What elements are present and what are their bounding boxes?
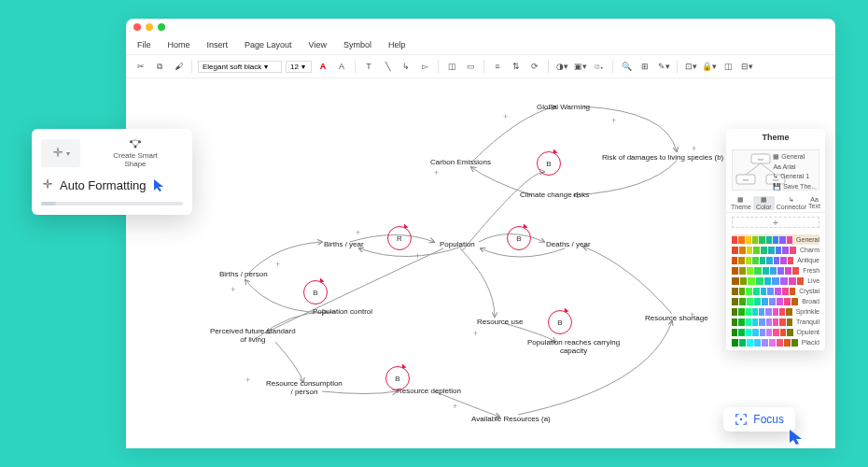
swatch[interactable] (746, 257, 751, 264)
node-deaths-year[interactable]: Deaths / year (546, 240, 591, 248)
line-tool-icon[interactable]: ╲ (380, 59, 395, 74)
node-carrying-cap[interactable]: Population reaches carrying capacity (527, 338, 620, 355)
swatch[interactable] (759, 236, 764, 244)
node-resource-shortage[interactable]: Resource shortage (645, 314, 708, 322)
node-births-year[interactable]: Births / year (324, 240, 364, 248)
font-select[interactable]: Elegant soft black▾ (198, 61, 282, 73)
swatch[interactable] (739, 247, 746, 254)
swatch[interactable] (766, 329, 772, 336)
swatch[interactable] (732, 257, 737, 264)
swatch[interactable] (740, 277, 748, 285)
node-pop-control[interactable]: Population control (313, 307, 372, 316)
grid-icon[interactable]: ⊞ (637, 59, 652, 74)
pointer-tool-icon[interactable]: ▻ (417, 59, 432, 74)
rotate-icon[interactable]: ⟳ (527, 59, 542, 74)
swatch[interactable] (780, 257, 786, 264)
swatch[interactable] (732, 288, 738, 295)
swatch[interactable] (780, 329, 786, 336)
swatch[interactable] (773, 236, 778, 244)
swatch[interactable] (787, 236, 792, 244)
swatch[interactable] (738, 257, 744, 264)
loop-balancing-1[interactable]: B (507, 226, 531, 250)
close-dot[interactable] (133, 23, 141, 31)
node-standard-living[interactable]: Perceived future standard of living (210, 327, 296, 344)
swatch[interactable] (754, 267, 761, 275)
swatch[interactable] (797, 277, 805, 285)
swatch[interactable] (732, 318, 737, 326)
swatch[interactable] (785, 267, 791, 275)
swatch[interactable] (784, 298, 791, 305)
shadow-icon[interactable]: ▣▾ (573, 59, 588, 74)
swatch[interactable] (767, 288, 774, 295)
minimize-dot[interactable] (146, 23, 153, 31)
palette-placid[interactable]: Placid (732, 337, 819, 347)
swatch[interactable] (791, 298, 798, 305)
swatch[interactable] (789, 277, 796, 285)
loop-balancing-2[interactable]: B (537, 151, 561, 176)
swatch[interactable] (760, 329, 765, 336)
swatch[interactable] (752, 318, 758, 326)
swatch[interactable] (732, 277, 739, 285)
node-risk-damages[interactable]: Risk of damages to living species (b) (602, 153, 723, 162)
menu-symbol[interactable]: Symbol (343, 40, 371, 50)
swatch[interactable] (747, 267, 753, 275)
palette-crystal[interactable]: Crystal (732, 286, 819, 296)
node-carbon-emissions[interactable]: Carbon Emissions (430, 158, 491, 166)
text-tool-icon[interactable]: T (361, 59, 376, 74)
swatch[interactable] (765, 308, 771, 316)
swatch[interactable] (787, 329, 792, 336)
loop-balancing-5[interactable]: B (385, 366, 410, 390)
swatch[interactable] (738, 308, 744, 316)
tab-connector[interactable]: ↳Connector (777, 196, 806, 210)
tab-color[interactable]: ▦Color (753, 196, 775, 210)
font-color-icon[interactable]: A (315, 59, 330, 74)
menu-help[interactable]: Help (388, 40, 406, 50)
swatch[interactable] (732, 236, 737, 244)
swatch[interactable] (762, 298, 768, 305)
swatch[interactable] (747, 298, 753, 305)
node-climate-risks[interactable]: Climate change risks (520, 191, 589, 199)
node-population[interactable]: Population (440, 240, 475, 248)
pen-icon[interactable]: ✎▾ (656, 59, 671, 74)
swatch[interactable] (732, 339, 738, 347)
swatch[interactable] (738, 318, 744, 326)
swatch[interactable] (762, 339, 768, 347)
node-resource-use[interactable]: Resource use (477, 318, 523, 326)
swatch[interactable] (782, 247, 789, 254)
swatch[interactable] (772, 277, 779, 285)
swatch[interactable] (779, 318, 785, 326)
tab-text[interactable]: AaText (808, 196, 820, 210)
lock-icon[interactable]: 🔒▾ (702, 59, 717, 74)
swatch[interactable] (791, 339, 798, 347)
swatch[interactable] (766, 257, 772, 264)
swatch[interactable] (763, 267, 769, 275)
menu-home[interactable]: Home (168, 40, 190, 50)
swatch[interactable] (784, 339, 791, 347)
swatch[interactable] (790, 288, 796, 295)
swatch[interactable] (780, 277, 788, 285)
swatch[interactable] (768, 247, 775, 254)
swatch[interactable] (753, 288, 760, 295)
menu-file[interactable]: File (137, 40, 151, 50)
swatch[interactable] (754, 298, 761, 305)
swatch[interactable] (777, 298, 783, 305)
swatch[interactable] (739, 288, 746, 295)
swatch[interactable] (761, 288, 767, 295)
menu-insert[interactable]: Insert (207, 40, 229, 50)
palette-antique[interactable]: Antique (732, 255, 819, 265)
swatch[interactable] (738, 329, 744, 336)
layers-icon[interactable]: ◫ (444, 59, 459, 74)
palette-tranquil[interactable]: Tranquil (732, 317, 819, 327)
menu-page-layout[interactable]: Page Layout (245, 40, 292, 50)
swatch[interactable] (756, 277, 763, 285)
theme-preview[interactable]: text text text ▦ General Aa Arial ↳ Gene… (732, 149, 819, 191)
swatch[interactable] (773, 308, 778, 316)
preset-general-1[interactable]: ↳ General 1 (773, 172, 817, 182)
crop-icon[interactable]: ⟃▾ (592, 59, 607, 74)
paint-icon[interactable]: 🖌 (171, 59, 186, 74)
swatch[interactable] (747, 247, 753, 254)
node-available-resources[interactable]: Available Resources (a) (471, 415, 551, 423)
swatch[interactable] (764, 277, 772, 285)
swatch[interactable] (788, 257, 793, 264)
preset-general[interactable]: ▦ General (773, 152, 817, 163)
